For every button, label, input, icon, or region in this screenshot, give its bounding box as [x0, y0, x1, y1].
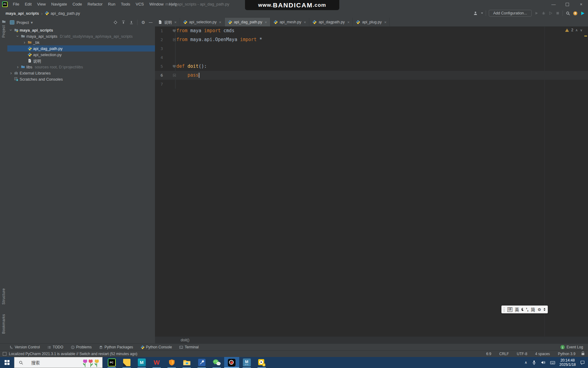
speaker-icon[interactable]: [541, 360, 546, 365]
python-interpreter[interactable]: Python 3.9: [558, 352, 575, 356]
tree-item--[interactable]: 说明: [7, 58, 155, 64]
line-number[interactable]: 2: [155, 37, 163, 42]
notification-center-icon[interactable]: [580, 360, 585, 365]
debug-icon[interactable]: [541, 11, 546, 15]
ime-halfwidth-moon-icon[interactable]: [522, 308, 524, 311]
taskbar-app-wechat[interactable]: [209, 357, 224, 368]
menu-file[interactable]: File: [10, 0, 22, 9]
breadcrumb-project[interactable]: maya_api_scripts: [6, 11, 39, 16]
taskbar-app-media[interactable]: [254, 357, 269, 368]
tool-button-problems[interactable]: Problems: [71, 345, 92, 349]
tab-api_plug-py[interactable]: api_plug.py×: [353, 18, 390, 26]
line-number[interactable]: 3: [155, 46, 163, 51]
menu-window[interactable]: Window: [147, 0, 166, 9]
tree-expand-icon[interactable]: ›: [15, 65, 20, 69]
indent-setting[interactable]: 4 spaces: [535, 352, 550, 356]
ime-pinyin-button[interactable]: 拼: [507, 307, 512, 312]
tab-close-icon[interactable]: ×: [384, 20, 386, 25]
gradient-play-icon[interactable]: [580, 11, 585, 16]
taskbar-app-notes[interactable]: [119, 357, 134, 368]
menu-run[interactable]: Run: [105, 0, 118, 9]
line-number[interactable]: 1: [155, 29, 163, 33]
user-icon[interactable]: [473, 11, 478, 16]
event-log-button[interactable]: 1 Event Log: [560, 345, 588, 349]
tab-close-icon[interactable]: ×: [219, 20, 221, 25]
project-dropdown-icon[interactable]: ▾: [31, 20, 33, 25]
stop-icon[interactable]: [556, 11, 560, 15]
menu-refactor[interactable]: Refactor: [85, 0, 105, 9]
taskbar-app-maya-docs[interactable]: MAYA: [239, 357, 254, 368]
start-button[interactable]: [0, 357, 14, 368]
menu-navigate[interactable]: Navigate: [48, 0, 70, 9]
menu-edit[interactable]: Edit: [22, 0, 34, 9]
line-number[interactable]: 6: [155, 73, 163, 78]
tree-item-external-libraries[interactable]: ›External Libraries: [7, 70, 155, 76]
tab-close-icon[interactable]: ×: [174, 20, 177, 25]
tab--[interactable]: 说明×: [155, 18, 180, 26]
add-configuration-button[interactable]: Add Configuration...: [489, 10, 532, 17]
restore-button[interactable]: [560, 0, 574, 9]
fold-marker-icon[interactable]: [173, 29, 176, 33]
tool-button-python-packages[interactable]: Python Packages: [99, 345, 133, 349]
taskbar-app-wps[interactable]: W: [149, 357, 164, 368]
ime-updown-icon[interactable]: [544, 308, 545, 311]
caret-position[interactable]: 6:9: [486, 352, 492, 356]
taskbar-app-maya[interactable]: M: [134, 357, 149, 368]
menu-tools[interactable]: Tools: [118, 0, 133, 9]
line-number[interactable]: 4: [155, 55, 163, 60]
tree-expand-icon[interactable]: ›: [9, 71, 13, 75]
taskbar-app-explorer[interactable]: [179, 357, 194, 368]
microphone-icon[interactable]: [532, 360, 537, 365]
stripe-structure-button[interactable]: Structure: [0, 288, 7, 305]
taskbar-app-security[interactable]: [164, 357, 179, 368]
tab-api_dag_path-py[interactable]: api_dag_path.py×: [225, 18, 270, 26]
line-number[interactable]: 7: [155, 82, 163, 86]
menu-vcs[interactable]: VCS: [133, 0, 147, 9]
editor-breadcrumb[interactable]: doit(): [155, 336, 588, 343]
fold-marker-icon[interactable]: [173, 65, 176, 68]
tab-close-icon[interactable]: ×: [347, 20, 350, 25]
tree-item-libs[interactable]: ›libssources root, D:\project\libs: [7, 64, 155, 70]
tray-expand-icon[interactable]: ∧: [525, 360, 527, 365]
collapse-all-icon[interactable]: [129, 20, 134, 25]
taskbar-app-pycharm[interactable]: PC: [104, 357, 119, 368]
update-available-icon[interactable]: [573, 11, 578, 16]
code-line-3[interactable]: 3: [155, 44, 588, 53]
taskbar-clock[interactable]: 20:14:48 2025/1/18: [560, 358, 576, 367]
breadcrumb-file[interactable]: api_dag_path.py: [45, 11, 80, 16]
code-line-5[interactable]: 5def doit():: [155, 62, 588, 71]
tree-expand-icon[interactable]: ›: [22, 40, 27, 44]
gear-icon[interactable]: ⚙: [141, 20, 145, 25]
tree-item-maya_api_scripts[interactable]: ›maya_api_scriptsD:\afd_study\maya_api\m…: [7, 33, 155, 39]
code-editor[interactable]: 2 ∧ ∨ 1from maya import cmds2from maya.a…: [155, 26, 588, 337]
code-line-6[interactable]: 6 pass: [155, 71, 588, 80]
tree-item-_bk[interactable]: ›_bk: [7, 39, 155, 45]
tulips-decoration[interactable]: [81, 358, 102, 367]
status-message[interactable]: Localized PyCharm 2021.3.1 is available …: [9, 352, 138, 356]
line-ending[interactable]: CRLF: [499, 352, 509, 356]
ime-punctuation-button[interactable]: ’,: [526, 307, 529, 312]
stripe-project-button[interactable]: Project: [0, 20, 7, 38]
tool-button-version-control[interactable]: Version Control: [9, 345, 40, 349]
ime-drag-handle[interactable]: [504, 307, 505, 312]
tree-collapse-icon[interactable]: ›: [16, 34, 20, 39]
taskbar-app-bandicam[interactable]: [224, 357, 239, 368]
search-everywhere-icon[interactable]: [566, 11, 570, 16]
tab-api_mesh-py[interactable]: api_mesh.py×: [270, 18, 309, 26]
tab-api_dagpath-py[interactable]: api_dagpath.py×: [309, 18, 353, 26]
code-line-4[interactable]: 4: [155, 53, 588, 62]
line-number[interactable]: 5: [155, 64, 163, 69]
close-button[interactable]: ×: [574, 0, 588, 9]
tool-button-terminal[interactable]: Terminal: [179, 345, 198, 349]
ime-gear-icon[interactable]: ⚙: [537, 307, 541, 312]
expand-all-icon[interactable]: [121, 20, 126, 25]
taskbar-search-box[interactable]: 搜索: [14, 357, 103, 368]
minimize-button[interactable]: —: [547, 0, 560, 9]
project-panel-title[interactable]: Project: [17, 20, 29, 25]
tree-item-api_selection-py[interactable]: api_selection.py: [7, 52, 155, 58]
tree-item-api_dag_path-py[interactable]: api_dag_path.py: [7, 45, 155, 52]
code-line-7[interactable]: 7: [155, 80, 588, 89]
select-opened-file-icon[interactable]: [113, 20, 118, 25]
fold-marker-icon[interactable]: [173, 74, 176, 77]
tree-item-maya_api_scripts[interactable]: ›maya_api_scripts: [7, 27, 155, 33]
